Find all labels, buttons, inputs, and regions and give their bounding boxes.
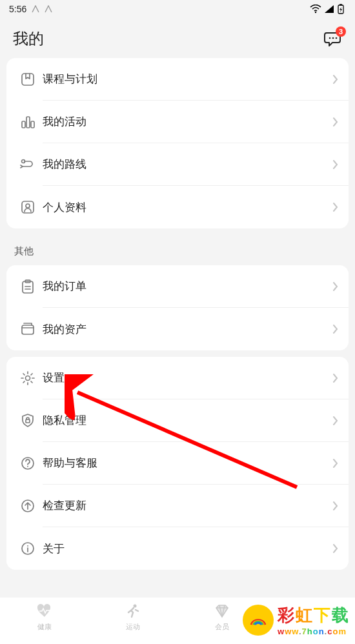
menu-row-assets[interactable]: 我的资产 [6, 308, 349, 350]
menu-card-other: 我的订单 我的资产 [6, 265, 349, 350]
watermark-title: 彩虹下载 [278, 604, 350, 627]
bookmark-card-icon [19, 71, 36, 88]
page-title: 我的 [13, 28, 44, 49]
diamond-icon [214, 603, 230, 619]
section-title-other: 其他 [0, 235, 355, 265]
menu-row-label: 关于 [43, 541, 65, 556]
menu-row-update[interactable]: 检查更新 [6, 485, 349, 527]
menu-row-label: 隐私管理 [43, 413, 86, 428]
info-circle-icon [19, 540, 36, 557]
menu-row-label: 我的订单 [43, 279, 86, 294]
menu-row-routes[interactable]: 我的路线 [6, 143, 349, 186]
svg-rect-9 [31, 121, 34, 128]
svg-point-12 [26, 204, 30, 208]
svg-point-24 [134, 605, 137, 608]
chevron-right-icon [332, 281, 338, 292]
menu-card-system: 设置 隐私管理 帮助与客服 检查更新 关于 [6, 357, 349, 570]
route-icon [19, 156, 36, 173]
chevron-right-icon [332, 416, 338, 426]
svg-point-0 [315, 12, 316, 13]
svg-rect-15 [22, 325, 34, 334]
chevron-right-icon [332, 324, 338, 334]
menu-row-label: 我的路线 [43, 157, 86, 172]
nav-label: 健康 [37, 622, 52, 632]
svg-rect-7 [22, 121, 25, 128]
menu-row-settings[interactable]: 设置 [6, 357, 349, 399]
status-app-icon [32, 5, 39, 13]
profile-card-icon [19, 199, 36, 216]
menu-card-primary: 课程与计划 我的活动 我的路线 个人资料 [6, 58, 349, 228]
svg-point-4 [332, 37, 334, 39]
page-header: 我的 3 [0, 18, 355, 58]
svg-point-16 [26, 376, 30, 381]
nav-health[interactable]: 健康 [0, 603, 89, 644]
svg-point-22 [27, 545, 28, 547]
runner-icon [125, 603, 141, 619]
menu-row-activity[interactable]: 我的活动 [6, 101, 349, 143]
svg-rect-6 [22, 74, 34, 85]
menu-row-label: 帮助与客服 [43, 456, 97, 470]
chevron-right-icon [332, 458, 338, 468]
watermark: 彩虹下载 www.7hon.com [243, 604, 350, 636]
status-app-icon [45, 5, 52, 13]
menu-row-profile[interactable]: 个人资料 [6, 186, 349, 228]
signal-icon [324, 5, 334, 14]
menu-row-privacy[interactable]: 隐私管理 [6, 399, 349, 442]
menu-row-about[interactable]: 关于 [6, 527, 349, 570]
clipboard-icon [19, 278, 36, 295]
svg-rect-8 [26, 117, 30, 128]
nav-label: 会员 [215, 622, 229, 632]
status-bar: 5:56 [0, 0, 355, 18]
gear-icon [19, 370, 36, 387]
menu-row-label: 我的资产 [43, 322, 86, 337]
chevron-right-icon [332, 159, 338, 170]
svg-point-19 [27, 466, 28, 467]
messages-button[interactable]: 3 [324, 30, 342, 47]
menu-row-help[interactable]: 帮助与客服 [6, 442, 349, 485]
menu-row-label: 检查更新 [43, 498, 86, 513]
chevron-right-icon [332, 501, 338, 511]
messages-badge: 3 [336, 26, 346, 37]
heart-icon [36, 603, 53, 619]
menu-row-courses[interactable]: 课程与计划 [6, 58, 349, 101]
watermark-url: www.7hon.com [278, 627, 350, 636]
chevron-right-icon [332, 543, 338, 554]
chevron-right-icon [332, 117, 338, 127]
nav-sport[interactable]: 运动 [89, 603, 178, 644]
svg-point-3 [329, 37, 331, 39]
wallet-icon [19, 321, 36, 337]
menu-row-label: 设置 [43, 370, 65, 385]
svg-point-5 [336, 37, 338, 39]
menu-row-label: 课程与计划 [43, 72, 97, 86]
lock-shield-icon [19, 412, 36, 429]
menu-row-orders[interactable]: 我的订单 [6, 265, 349, 308]
chevron-right-icon [332, 74, 338, 85]
menu-row-label: 我的活动 [43, 114, 86, 129]
svg-rect-2 [340, 4, 342, 5]
chevron-right-icon [332, 202, 338, 212]
watermark-logo [243, 605, 274, 636]
svg-rect-11 [22, 201, 34, 213]
wifi-icon [310, 5, 321, 14]
status-time: 5:56 [9, 4, 26, 14]
menu-row-label: 个人资料 [43, 200, 86, 215]
activity-icon [19, 114, 36, 130]
arrow-up-circle-icon [19, 498, 36, 514]
nav-label: 运动 [126, 622, 140, 632]
chevron-right-icon [332, 373, 338, 383]
help-circle-icon [19, 455, 36, 472]
battery-icon [337, 4, 345, 14]
